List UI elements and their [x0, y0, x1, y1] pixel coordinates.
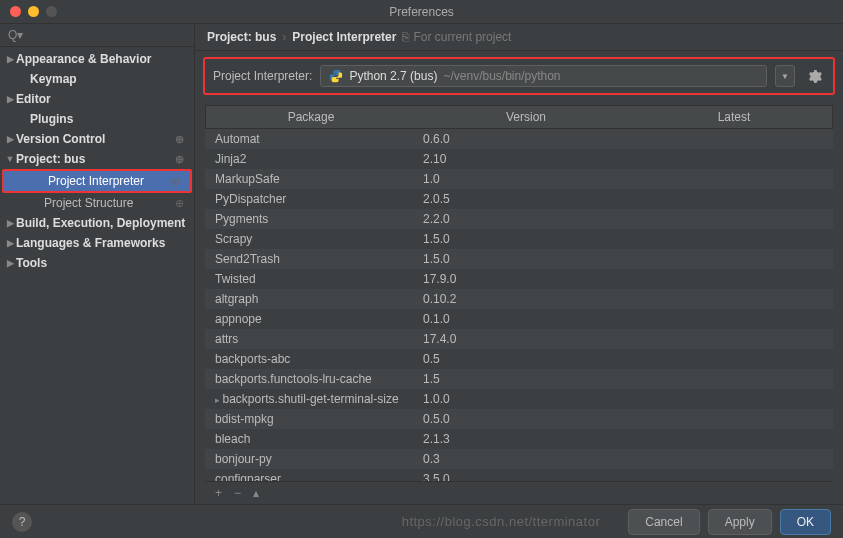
search-icon: Q▾ [8, 28, 23, 42]
table-row[interactable]: MarkupSafe1.0 [205, 169, 833, 189]
cell-version: 1.5.0 [415, 230, 635, 248]
cell-version: 0.10.2 [415, 290, 635, 308]
cell-package: backports.functools-lru-cache [205, 370, 415, 388]
python-icon [329, 69, 343, 83]
table-row[interactable]: bonjour-py0.3 [205, 449, 833, 469]
cell-package: Scrapy [205, 230, 415, 248]
cell-version: 0.1.0 [415, 310, 635, 328]
interpreter-name: Python 2.7 (bus) [349, 69, 437, 83]
sidebar-item-label: Keymap [30, 72, 77, 86]
scope-badge-icon: ⊕ [175, 153, 184, 166]
table-row[interactable]: backports.shutil-get-terminal-size1.0.0 [205, 389, 833, 409]
cell-package: backports.shutil-get-terminal-size [205, 390, 415, 408]
sidebar-item[interactable]: Plugins [0, 109, 194, 129]
table-row[interactable]: backports.functools-lru-cache1.5 [205, 369, 833, 389]
cell-latest [635, 230, 833, 248]
sidebar-item[interactable]: ▶Version Control⊕ [0, 129, 194, 149]
cell-package: bonjour-py [205, 450, 415, 468]
interpreter-settings-button[interactable] [803, 65, 825, 87]
add-package-button[interactable]: + [215, 486, 222, 500]
sidebar-item-label: Plugins [30, 112, 73, 126]
tree-arrow-icon: ▼ [4, 154, 16, 164]
sidebar-item[interactable]: Keymap [0, 69, 194, 89]
copy-icon: ⎘ [402, 30, 409, 44]
table-row[interactable]: attrs17.4.0 [205, 329, 833, 349]
table-row[interactable]: configparser3.5.0 [205, 469, 833, 481]
table-row[interactable]: Jinja22.10 [205, 149, 833, 169]
titlebar: Preferences [0, 0, 843, 24]
cell-version: 0.5 [415, 350, 635, 368]
interpreter-label: Project Interpreter: [213, 69, 312, 83]
cell-version: 2.2.0 [415, 210, 635, 228]
tree-arrow-icon: ▶ [4, 238, 16, 248]
cell-package: Jinja2 [205, 150, 415, 168]
traffic-lights [0, 6, 57, 17]
breadcrumb: Project: bus › Project Interpreter ⎘ For… [195, 24, 843, 51]
cell-version: 2.1.3 [415, 430, 635, 448]
tree-arrow-icon: ▶ [4, 258, 16, 268]
tree-arrow-icon: ▶ [4, 54, 16, 64]
sidebar-item[interactable]: ▼Project: bus⊕ [0, 149, 194, 169]
sidebar-item[interactable]: ▶Languages & Frameworks [0, 233, 194, 253]
header-version[interactable]: Version [416, 106, 636, 128]
table-header: Package Version Latest [205, 105, 833, 129]
cell-package: attrs [205, 330, 415, 348]
scope-badge-icon: ⊕ [175, 197, 184, 210]
header-package[interactable]: Package [206, 106, 416, 128]
cell-version: 2.0.5 [415, 190, 635, 208]
cell-latest [635, 250, 833, 268]
table-row[interactable]: Scrapy1.5.0 [205, 229, 833, 249]
table-row[interactable]: bleach2.1.3 [205, 429, 833, 449]
cell-version: 1.5.0 [415, 250, 635, 268]
interpreter-dropdown-button[interactable]: ▼ [775, 65, 795, 87]
cell-version: 1.5 [415, 370, 635, 388]
table-row[interactable]: Pygments2.2.0 [205, 209, 833, 229]
sidebar-item[interactable]: ▶Build, Execution, Deployment [0, 213, 194, 233]
cell-package: appnope [205, 310, 415, 328]
table-row[interactable]: PyDispatcher2.0.5 [205, 189, 833, 209]
cell-latest [635, 350, 833, 368]
table-row[interactable]: altgraph0.10.2 [205, 289, 833, 309]
table-row[interactable]: appnope0.1.0 [205, 309, 833, 329]
sidebar-item[interactable]: Project Structure⊕ [0, 193, 194, 213]
cell-package: Send2Trash [205, 250, 415, 268]
window-title: Preferences [389, 5, 454, 19]
cell-latest [635, 330, 833, 348]
sidebar-item[interactable]: ▶Appearance & Behavior [0, 49, 194, 69]
sidebar-item[interactable]: Project Interpreter⊕ [4, 171, 190, 191]
maximize-window-button[interactable] [46, 6, 57, 17]
close-window-button[interactable] [10, 6, 21, 17]
cell-version: 0.6.0 [415, 130, 635, 148]
cell-latest [635, 430, 833, 448]
cell-latest [635, 190, 833, 208]
sidebar-item[interactable]: ▶Tools [0, 253, 194, 273]
cell-latest [635, 450, 833, 468]
cell-version: 17.4.0 [415, 330, 635, 348]
table-row[interactable]: Send2Trash1.5.0 [205, 249, 833, 269]
main-layout: Q▾ ▶Appearance & BehaviorKeymap▶EditorPl… [0, 24, 843, 504]
table-row[interactable]: bdist-mpkg0.5.0 [205, 409, 833, 429]
sidebar-item[interactable]: ▶Editor [0, 89, 194, 109]
cell-package: Pygments [205, 210, 415, 228]
sidebar-item-label: Editor [16, 92, 51, 106]
cell-latest [635, 210, 833, 228]
table-row[interactable]: Twisted17.9.0 [205, 269, 833, 289]
cell-version: 17.9.0 [415, 270, 635, 288]
table-body[interactable]: Automat0.6.0Jinja22.10MarkupSafe1.0PyDis… [205, 129, 833, 481]
header-latest[interactable]: Latest [636, 106, 832, 128]
help-button[interactable]: ? [12, 512, 32, 532]
remove-package-button[interactable]: − [234, 486, 241, 500]
upgrade-package-button[interactable]: ▴ [253, 486, 259, 500]
minimize-window-button[interactable] [28, 6, 39, 17]
cell-latest [635, 150, 833, 168]
apply-button[interactable]: Apply [708, 509, 772, 535]
cancel-button[interactable]: Cancel [628, 509, 699, 535]
breadcrumb-page: Project Interpreter [292, 30, 396, 44]
tree-arrow-icon: ▶ [4, 134, 16, 144]
interpreter-select[interactable]: Python 2.7 (bus) ~/venv/bus/bin/python [320, 65, 767, 87]
cell-latest [635, 370, 833, 388]
table-row[interactable]: Automat0.6.0 [205, 129, 833, 149]
search-input[interactable] [27, 28, 186, 42]
ok-button[interactable]: OK [780, 509, 831, 535]
table-row[interactable]: backports-abc0.5 [205, 349, 833, 369]
